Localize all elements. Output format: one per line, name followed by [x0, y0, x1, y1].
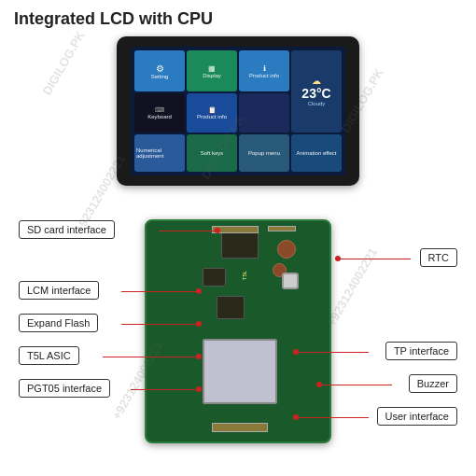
tile-product: ℹ Product info	[239, 50, 289, 92]
arrow-buzzer	[317, 385, 392, 386]
label-pgt05: PGT05 interface	[19, 379, 110, 398]
lcd-screen: ⚙ Setting ▦ Display ℹ Product info ☁ 23°…	[131, 47, 345, 175]
tile-keyboard: ⌨ Keyboard	[134, 93, 185, 133]
arrow-expand-flash	[121, 324, 196, 326]
arrow-rtc	[336, 259, 411, 260]
label-sd-card: SD card interface	[19, 220, 115, 239]
tile-animation: Animation effect	[291, 134, 342, 172]
label-t5l: T5L ASIC	[19, 346, 79, 365]
label-user: User interface	[377, 407, 457, 426]
arrow-sd-card	[159, 231, 215, 232]
label-expand-flash: Expand Flash	[19, 314, 98, 332]
lcd-device: ⚙ Setting ▦ Display ℹ Product info ☁ 23°…	[117, 36, 359, 186]
dot-sd-card	[215, 228, 220, 233]
label-tp: TP interface	[385, 342, 457, 360]
dot-pgt05	[196, 386, 202, 392]
arrow-user	[294, 417, 369, 419]
dot-rtc	[335, 256, 341, 261]
dot-user	[293, 414, 299, 420]
arrow-tp	[294, 352, 369, 354]
arrow-t5l	[103, 357, 196, 358]
tile-weather: ☁ 23°C Cloudy	[291, 50, 342, 133]
label-rtc: RTC	[420, 248, 457, 267]
arrow-lcm	[121, 291, 196, 293]
dot-buzzer	[316, 382, 322, 387]
tile-product-info: 📋 Product info	[187, 93, 237, 133]
tile-display: ▦ Display	[187, 50, 237, 92]
dot-expand-flash	[196, 321, 202, 327]
page-title: Integrated LCD with CPU	[14, 9, 213, 29]
pcb-board: T5L	[145, 219, 331, 443]
dot-lcm	[196, 288, 202, 294]
tile-settings: ⚙ Setting	[134, 50, 185, 92]
arrow-pgt05	[131, 389, 196, 391]
dot-tp	[293, 349, 299, 355]
tile-popup: Popup menu	[239, 134, 289, 172]
page-container: DIGILOG.PK DIGILOG.PK +923124002221 +923…	[0, 0, 476, 476]
label-buzzer: Buzzer	[409, 374, 457, 393]
tile-empty	[239, 93, 289, 133]
tile-numerical: Numerical adjustment	[134, 134, 185, 172]
label-lcm: LCM interface	[19, 281, 99, 300]
pcb-section: T5L SD card interface LCM interface Expa…	[14, 197, 462, 467]
tile-softkeys: Soft keys	[187, 134, 237, 172]
dot-t5l	[196, 354, 202, 359]
